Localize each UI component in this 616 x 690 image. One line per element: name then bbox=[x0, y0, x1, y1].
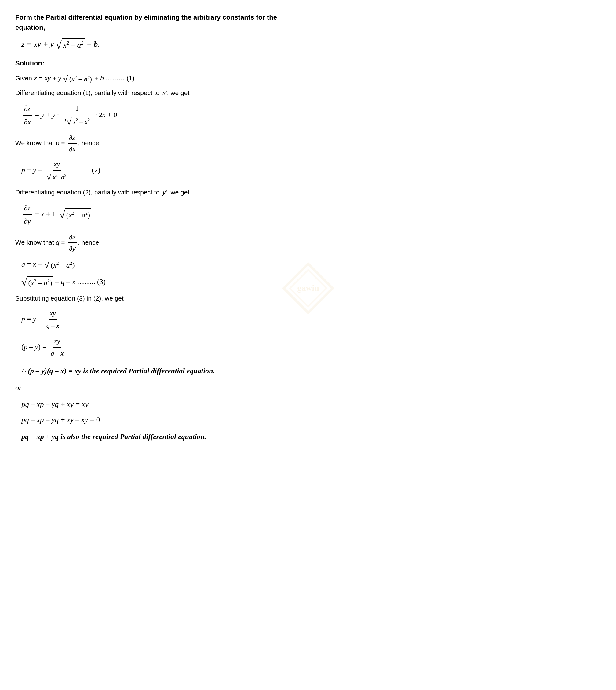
therefore-symbol: ∴ bbox=[21, 367, 26, 375]
dzdx-block: ∂z ∂x = y + y · 1 2√x2 – a2 · 2x + 0 bbox=[21, 103, 290, 128]
eq-plus-b: + b. bbox=[86, 40, 100, 49]
fraction-1-over-2sqrt: 1 2√x2 – a2 bbox=[62, 103, 92, 127]
eq-z: z = xy + y bbox=[21, 40, 54, 49]
diff-wrt-y-text: Differentiating equation (2), partially … bbox=[15, 187, 290, 197]
p-equation-2: p = y + xy √x2–a2 …….. (2) bbox=[21, 159, 290, 183]
partial-dzdy: ∂z ∂y bbox=[23, 202, 32, 227]
fraction-xy-qx-2: xy q – x bbox=[49, 336, 65, 359]
solution-label: Solution: bbox=[15, 58, 290, 68]
svg-marker-1 bbox=[290, 270, 306, 307]
sqrt-equals-qx: √ (x2 – a2) = q – x …….. (3) bbox=[21, 276, 290, 289]
question-text: Form the Partial differential equation b… bbox=[15, 12, 290, 33]
therefore-pde: ∴ (p – y)(q – x) = xy is the required Pa… bbox=[21, 365, 290, 377]
substituting-text: Substituting equation (3) in (2), we get bbox=[15, 293, 290, 303]
p-minus-y: (p – y) = xy q – x bbox=[21, 336, 290, 359]
eq-sqrt: √ x2 – a2 bbox=[56, 38, 84, 52]
diff-wrt-x-text: Differentiating equation (1), partially … bbox=[15, 88, 290, 98]
final-pde-line: (p – y)(q – x) = xy is the required Part… bbox=[28, 367, 215, 375]
p-substituted: p = y + xy q – x bbox=[21, 308, 290, 331]
dzdy-block: ∂z ∂y = x + 1. √ (x2 – a2) bbox=[21, 202, 290, 227]
expand-line-2: pq – xp – yq + xy – xy = 0 bbox=[21, 414, 290, 426]
partial-dzdy-inline: ∂z ∂y bbox=[68, 232, 76, 253]
or-text: or bbox=[15, 383, 290, 394]
partial-dzdx-inline: ∂z ∂x bbox=[68, 133, 76, 154]
main-equation: z = xy + y √ x2 – a2 + b. bbox=[21, 38, 290, 52]
svg-text:gawin: gawin bbox=[297, 283, 305, 293]
given-line: Given z = xy + y √ (x2 – a2) + b ……… (1) bbox=[15, 74, 290, 84]
p-definition-text: We know that p = ∂z ∂x , hence bbox=[15, 133, 290, 154]
fraction-xy-sqrt: xy √x2–a2 bbox=[45, 159, 69, 183]
q-definition-text: We know that q = ∂z ∂y , hence bbox=[15, 232, 290, 253]
expand-line-1: pq – xp – yq + xy = xy bbox=[21, 398, 290, 411]
q-equation: q = x + √ (x2 – a2) bbox=[21, 258, 290, 271]
partial-dzdx: ∂z ∂x bbox=[23, 103, 32, 128]
fraction-xy-qx: xy q – x bbox=[45, 308, 61, 331]
final-pde-also: pq = xp + yq is also the required Partia… bbox=[21, 431, 290, 442]
